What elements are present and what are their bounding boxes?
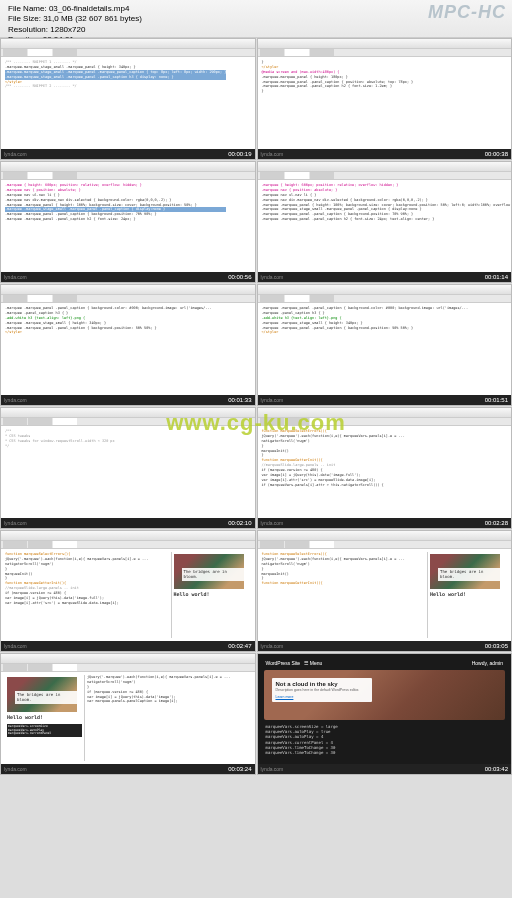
thumb-2: .marquee { height: 600px; position: rela… [0,161,256,283]
timestamp: 00:01:33 [228,397,251,403]
timestamp: 00:00:56 [228,274,251,280]
timestamp: 00:02:47 [228,643,251,649]
thumb-9: function marqueeSelectErrors(){ jQuery('… [257,530,513,652]
thumb-3: .marquee { height: 600px; position: rela… [257,161,513,283]
wp-hero-card: Not a cloud in the sky Description goes … [272,678,372,702]
dev-console: marqueeVars.screenSize = large marqueeVa… [262,722,508,757]
thumb-8: function marqueeSelectErrors(){ jQuery('… [0,530,256,652]
thumb-0: /** -------- SNIPPET 1 -------- */ .marq… [0,38,256,160]
wp-hero-link[interactable]: Learn more [276,695,294,699]
timestamp: 00:02:28 [485,520,508,526]
image-caption: The bridges are in bloom. [438,568,500,581]
wp-hero-desc: Description goes here in the default Wor… [276,688,368,692]
file-name: 03_06-finaldetails.mp4 [49,4,130,13]
editor-toolbar [1,39,255,49]
code-body: /** -------- SNIPPET 1 -------- */ .marq… [1,57,255,149]
hello-heading: Hello world! [430,591,505,598]
wp-menu: Menu [310,660,323,666]
thumb-11: WordPress Site ☰ Menu Howdy, admin Not a… [257,653,513,775]
hero-image: The bridges are in bloom. [7,677,77,712]
resolution: 1280x720 [50,25,85,34]
timestamp: 00:03:24 [228,766,251,772]
browser-preview: The bridges are in bloom. Hello world! [427,552,507,638]
editor-tabs [1,49,255,57]
wp-hero: Not a cloud in the sky Description goes … [264,670,506,720]
hero-image: The bridges are in bloom. [174,554,244,589]
image-caption: The bridges are in bloom. [182,568,244,581]
timestamp: 00:01:14 [485,274,508,280]
thumb-footer: lynda.com00:00:19 [1,149,255,159]
thumb-4: .marquee .marquee_panel .panel_caption {… [0,284,256,406]
image-caption: The bridges are in bloom. [15,691,77,704]
browser-preview: The bridges are in bloom. Hello world! [171,552,251,638]
code-body: } </style> @media screen and (max-width:… [258,57,512,149]
thumb-5: .marquee .marquee_panel .panel_caption {… [257,284,513,406]
timestamp: 00:00:19 [228,151,251,157]
timestamp: 00:00:38 [485,151,508,157]
hello-heading: Hello world! [174,591,249,598]
timestamp: 00:03:42 [485,766,508,772]
mini-console: marqueeVars.screenSizemarqueeVars.autoPl… [7,724,82,737]
thumb-1: } </style> @media screen and (max-width:… [257,38,513,160]
wp-hero-title: Not a cloud in the sky [276,681,368,687]
player-header: File Name: 03_06-finaldetails.mp4 File S… [0,0,512,38]
wordpress-preview: WordPress Site ☰ Menu Howdy, admin Not a… [258,654,512,774]
player-logo: MPC-HC [428,2,506,23]
file-size: 31,0 MB (32 607 861 bytes) [43,14,142,23]
thumbnail-grid: /** -------- SNIPPET 1 -------- */ .marq… [0,38,512,898]
hello-heading: Hello world! [7,714,82,721]
timestamp: 00:03:05 [485,643,508,649]
file-name-label: File Name: [8,4,47,13]
wp-admin-bar: WordPress Site ☰ Menu Howdy, admin [262,658,508,668]
hero-image: The bridges are in bloom. [430,554,500,589]
browser-preview: The bridges are in bloom. Hello world! m… [5,675,85,761]
timestamp: 00:01:51 [485,397,508,403]
timestamp: 00:02:10 [228,520,251,526]
resolution-label: Resolution: [8,25,48,34]
thumb-10: The bridges are in bloom. Hello world! m… [0,653,256,775]
wp-site-name: WordPress Site [266,660,301,666]
wp-howdy: Howdy, admin [472,660,503,666]
watermark: www.cg-ku.com [166,410,346,436]
file-size-label: File Size: [8,14,41,23]
